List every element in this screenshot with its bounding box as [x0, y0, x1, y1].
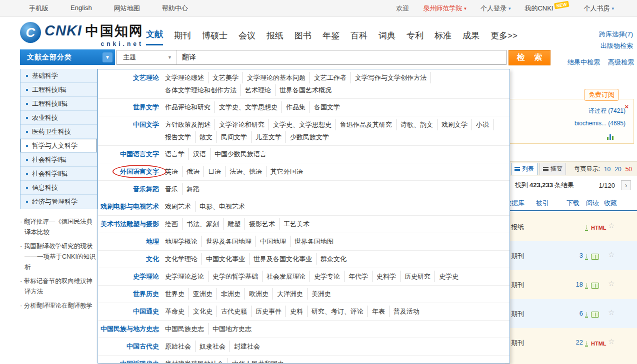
download-count-link[interactable]: 22 — [576, 339, 583, 346]
flyout-item[interactable]: 史学专论 — [310, 271, 344, 282]
nav-tab[interactable]: 标准 — [434, 30, 452, 45]
flyout-item[interactable]: 工艺美术 — [280, 218, 314, 230]
favorite-star-icon[interactable]: ☆ — [608, 250, 614, 259]
flyout-item[interactable]: 作品评论和研究 — [161, 101, 215, 113]
flyout-item[interactable]: 史学史 — [435, 271, 462, 282]
download-icon[interactable]: ↓ — [585, 224, 588, 231]
column-header[interactable]: 被引 — [536, 199, 549, 208]
subscribe-topic-link[interactable]: 译过程 (7421) — [588, 107, 626, 115]
flyout-category[interactable]: 音乐舞蹈 — [98, 183, 160, 196]
favorite-star-icon[interactable]: ☆ — [608, 337, 614, 346]
flyout-item[interactable]: 群众文化 — [316, 253, 350, 265]
flyout-category[interactable]: 中国文学 — [98, 118, 160, 143]
personal-login-dropdown[interactable]: 个人登录 ▾ — [480, 4, 511, 13]
flyout-item[interactable]: 日语 — [204, 166, 226, 177]
flyout-item[interactable]: 儿童文学 — [252, 131, 286, 143]
search-input[interactable] — [177, 50, 506, 64]
flyout-item[interactable]: 历史事件 — [252, 306, 286, 317]
flyout-item[interactable]: 普及活动 — [390, 306, 424, 317]
flyout-item[interactable]: 封建社会 — [230, 341, 264, 352]
flyout-item[interactable]: 史料学 — [372, 271, 400, 282]
download-icon[interactable]: ↓ — [585, 253, 588, 260]
download-count-link[interactable]: 18 — [576, 281, 583, 288]
flyout-item[interactable]: 奴隶社会 — [196, 341, 230, 352]
flyout-item[interactable]: 音乐 — [161, 183, 182, 195]
flyout-item[interactable]: 文学写作与文学创作方法 — [351, 72, 431, 83]
flyout-item[interactable]: 世界各国地图 — [290, 236, 338, 247]
flyout-category[interactable]: 世界历史 — [98, 288, 160, 301]
download-icon[interactable]: ↓ — [585, 311, 588, 318]
favorite-star-icon[interactable]: ☆ — [608, 279, 614, 288]
table-row[interactable]: 期刊18↓☆ — [505, 270, 637, 299]
flyout-item[interactable]: 中国文化事业 — [202, 253, 250, 265]
html-read-link[interactable]: HTML — [591, 225, 606, 231]
read-online-icon[interactable] — [591, 312, 599, 318]
sidebar-item[interactable]: 基础科学 — [20, 69, 97, 83]
flyout-item[interactable]: 报告文学 — [161, 131, 196, 143]
flyout-item[interactable]: 中国少数民族语言 — [210, 148, 270, 160]
sidebar-item[interactable]: 工程科技Ⅰ辑 — [20, 83, 97, 97]
flyout-item[interactable]: 文学理论的基本问题 — [243, 72, 310, 83]
flyout-item[interactable]: 文学理论综述 — [161, 72, 208, 83]
quick-link[interactable]: 高级检索 — [608, 58, 634, 67]
flyout-item[interactable]: 研究、考订、评论 — [308, 306, 368, 317]
sidebar-item[interactable]: 信息科技 — [20, 181, 97, 195]
flyout-category[interactable]: 中国古代史 — [98, 340, 160, 353]
flyout-category[interactable]: 文艺理论 — [98, 71, 160, 96]
flyout-item[interactable]: 艺术理论 — [241, 84, 276, 96]
flyout-item[interactable]: 年表 — [368, 306, 390, 317]
sidebar-item[interactable]: 社会科学Ⅱ辑 — [20, 167, 97, 181]
flyout-category[interactable]: 外国语言文字 — [98, 165, 160, 178]
nav-tab[interactable]: 百科 — [350, 30, 368, 45]
flyout-category[interactable]: 中国近现代史 — [98, 358, 160, 364]
html-read-link[interactable]: HTML — [591, 341, 606, 347]
sidebar-item[interactable]: 社会科学Ⅰ辑 — [20, 153, 97, 167]
download-icon[interactable]: ↓ — [585, 340, 588, 347]
flyout-item[interactable]: 民间文学 — [217, 131, 252, 143]
flyout-category[interactable]: 史学理论 — [98, 270, 160, 283]
flyout-item[interactable]: 雕塑 — [224, 218, 245, 230]
flyout-category[interactable]: 美术书法雕塑与摄影 — [98, 218, 160, 231]
flyout-item[interactable]: 方针政策及阐述 — [161, 119, 215, 130]
flyout-item[interactable]: 诗歌、韵文 — [396, 119, 438, 130]
flyout-item[interactable]: 戏剧文学 — [438, 119, 472, 130]
download-count-link[interactable]: 6 — [580, 310, 583, 317]
flyout-item[interactable]: 中国民族史志 — [161, 323, 208, 335]
flyout-item[interactable]: 语言学 — [161, 148, 189, 160]
nav-tab[interactable]: 期刊 — [174, 30, 191, 45]
nav-tab[interactable]: 图书 — [294, 30, 312, 45]
sidebar-item[interactable]: 农业科技 — [20, 111, 97, 125]
column-header[interactable]: 阅读 — [586, 199, 599, 208]
table-row[interactable]: 期刊3↓☆ — [505, 241, 637, 270]
flyout-item[interactable]: 中国地方史志 — [208, 323, 256, 335]
download-count-link[interactable]: 3 — [580, 252, 583, 259]
search-field-select[interactable]: 主题 ▼ — [117, 50, 177, 64]
flyout-item[interactable]: 文艺美学 — [208, 72, 243, 83]
flyout-item[interactable]: 鲁迅作品及其研究 — [336, 119, 396, 130]
flyout-item[interactable]: 世界及各国文化事业 — [250, 253, 316, 265]
sidebar-item[interactable]: 哲学与人文科学 — [20, 139, 97, 153]
download-icon[interactable]: ↓ — [585, 282, 588, 289]
flyout-item[interactable]: 古代史籍 — [217, 306, 252, 317]
flyout-item[interactable]: 原始社会 — [161, 341, 196, 352]
flyout-category[interactable]: 中国通史 — [98, 305, 160, 318]
quick-link[interactable]: 跨库选择(7) — [599, 28, 633, 40]
flyout-item[interactable]: 绘画 — [161, 218, 182, 230]
free-subscribe-button[interactable]: 免费订阅 — [584, 89, 619, 101]
nav-tab[interactable]: 词典 — [378, 30, 396, 45]
sidebar-item[interactable]: 医药卫生科技 — [20, 125, 97, 139]
table-row[interactable]: 报纸↓HTML☆ — [505, 212, 637, 241]
flyout-category[interactable]: 中国语言文字 — [98, 148, 160, 161]
my-cnki-link[interactable]: 我的CNKI NEW — [524, 4, 570, 13]
flyout-item[interactable]: 书法、篆刻 — [182, 218, 224, 230]
nav-tab[interactable]: 博硕士 — [202, 30, 228, 45]
flyout-category[interactable]: 戏剧电影与电视艺术 — [98, 200, 160, 213]
per-page-option[interactable]: 10 — [604, 166, 610, 173]
category-panel-header[interactable]: 文献全部分类 ▼ — [20, 49, 115, 65]
flyout-item[interactable]: 摄影艺术 — [245, 218, 280, 230]
flyout-item[interactable]: 中国地理 — [256, 236, 290, 247]
abstract-view-button[interactable]: 摘要 — [540, 163, 566, 175]
nav-tab[interactable]: 更多>> — [490, 30, 518, 45]
flyout-item[interactable]: 其它外国语 — [266, 166, 307, 177]
flyout-item[interactable]: 文艺工作者 — [310, 72, 351, 83]
